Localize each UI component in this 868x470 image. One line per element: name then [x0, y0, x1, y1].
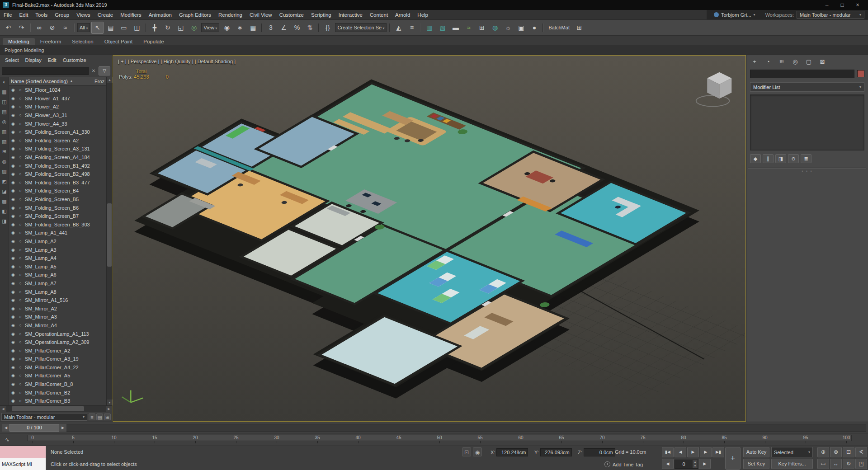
- schematic-view-button[interactable]: ⊞: [476, 22, 488, 34]
- material-editor-button[interactable]: ◍: [489, 22, 501, 34]
- toolbar-preset-dropdown[interactable]: Main Toolbar - modular ▾: [1, 413, 87, 421]
- visibility-eye-icon[interactable]: ◉: [10, 155, 16, 160]
- scene-object-row[interactable]: ◉ ○ SM_Mirror_A3: [9, 313, 106, 321]
- explorer-icon-10[interactable]: ▨: [1, 168, 8, 175]
- orbit-button[interactable]: ↻: [843, 459, 854, 469]
- key-next-button[interactable]: ▶: [699, 459, 711, 469]
- x-coordinate-field[interactable]: -120.248cm: [496, 448, 528, 456]
- scroll-down-icon[interactable]: ▼: [107, 400, 113, 405]
- visibility-eye-icon[interactable]: ◉: [10, 96, 16, 101]
- explorer-layout-icon-2[interactable]: ▤: [96, 414, 103, 420]
- maximize-button[interactable]: □: [835, 0, 850, 9]
- zoom-button[interactable]: ⊕: [817, 447, 829, 457]
- key-filters-button[interactable]: Key Filters...: [771, 459, 813, 469]
- spinner-up-icon[interactable]: ▲: [693, 460, 698, 464]
- maxscript-mini-listener[interactable]: MAXScript Mi: [0, 458, 46, 470]
- menu-item[interactable]: Customize: [276, 10, 307, 20]
- visibility-eye-icon[interactable]: ◉: [10, 281, 16, 286]
- named-selection-set-dropdown[interactable]: Create Selection Se: [335, 22, 387, 34]
- scene-object-row[interactable]: ◉ ○ SM_Folding_Screen_B7: [9, 212, 106, 221]
- scene-object-row[interactable]: ◉ ○ SM_PillarCorner_A5: [9, 371, 106, 380]
- unlink-selection-button[interactable]: ⊘: [46, 22, 58, 34]
- explorer-menu-item[interactable]: Edit: [45, 55, 60, 65]
- scene-explorer-toggle[interactable]: ▥: [423, 22, 435, 34]
- tab-modify[interactable]: ◔: [763, 56, 774, 66]
- pin-stack-button[interactable]: ◆: [750, 154, 761, 163]
- visibility-eye-icon[interactable]: ◉: [10, 323, 16, 328]
- scene-object-row[interactable]: ◉ ○ SM_Flower_A2: [9, 103, 106, 111]
- scene-object-row[interactable]: ◉ ○ SM_Folding_Screen_B6: [9, 203, 106, 212]
- ribbon-tab[interactable]: Object Paint: [99, 38, 138, 45]
- show-end-result-button[interactable]: ∥: [763, 154, 774, 163]
- menu-item[interactable]: Edit: [16, 10, 32, 20]
- visibility-eye-icon[interactable]: ◉: [10, 298, 16, 302]
- clear-search-icon[interactable]: ✕: [90, 67, 97, 75]
- grid-tools-button[interactable]: ⊞: [573, 22, 585, 34]
- scene-object-row[interactable]: ◉ ○ SM_PillarCorner_B2: [9, 388, 106, 397]
- visibility-eye-icon[interactable]: ◉: [10, 172, 16, 176]
- explorer-icon-12[interactable]: ◪: [1, 188, 8, 195]
- scene-object-row[interactable]: ◉ ○ SM_Mirror_A2: [9, 304, 106, 313]
- select-and-place-button[interactable]: ◎: [188, 22, 200, 34]
- scene-object-row[interactable]: ◉ ○ SM_Folding_Screen_B5: [9, 195, 106, 204]
- menu-item[interactable]: Modifiers: [117, 10, 145, 20]
- separator[interactable]: [144, 22, 147, 34]
- selection-lock-toggle[interactable]: ◉: [473, 447, 482, 456]
- separator[interactable]: [260, 22, 263, 34]
- maxscript-mini-listener-pink[interactable]: [0, 446, 46, 458]
- tab-motion[interactable]: ◎: [790, 56, 801, 66]
- separator[interactable]: [317, 22, 320, 34]
- tab-hierarchy[interactable]: ≋: [776, 56, 787, 66]
- menu-item[interactable]: Content: [366, 10, 392, 20]
- spinner-down-icon[interactable]: ▼: [693, 464, 698, 468]
- layer-explorer-toggle[interactable]: ▧: [436, 22, 448, 34]
- vertical-scrollbar[interactable]: ▲ ▼: [106, 77, 112, 405]
- current-frame-field[interactable]: 0 ▲ ▼: [675, 460, 698, 469]
- scene-object-row[interactable]: ◉ ○ SM_PillarCorner_A4_22: [9, 363, 106, 372]
- explorer-icon-4[interactable]: ▤: [1, 108, 8, 115]
- maximize-viewport-toggle[interactable]: ◳: [855, 459, 867, 469]
- visibility-eye-icon[interactable]: ◉: [10, 382, 16, 386]
- scene-object-row[interactable]: ◉ ○ SM_Flower_A1_437: [9, 94, 106, 103]
- scene-object-row[interactable]: ◉ ○ SM_Lamp_A1_441: [9, 229, 106, 237]
- scene-object-row[interactable]: ◉ ○ SM_Lamp_A4: [9, 254, 106, 263]
- menu-item[interactable]: Graph Editors: [175, 10, 215, 20]
- scene-object-row[interactable]: ◉ ○ SM_Flower_A4_33: [9, 119, 106, 128]
- explorer-layout-icon-3[interactable]: ⊞: [104, 414, 111, 420]
- select-and-link-button[interactable]: ∞: [33, 22, 45, 34]
- go-to-start-button[interactable]: ▮◀: [662, 447, 674, 457]
- explorer-icon-8[interactable]: ⊞: [1, 148, 8, 155]
- select-by-name-button[interactable]: ▤: [104, 22, 117, 34]
- visibility-eye-icon[interactable]: ◉: [10, 239, 16, 244]
- workspace-dropdown[interactable]: Main Toolbar - modular ▾: [797, 11, 864, 19]
- menu-item[interactable]: Views: [73, 10, 94, 20]
- set-keys-button[interactable]: +: [725, 447, 741, 470]
- scene-object-row[interactable]: ◉ ○ SM_PillarCorner_B_8: [9, 380, 106, 389]
- previous-frame-button[interactable]: ◀: [675, 447, 686, 457]
- viewport-label[interactable]: [ + ] [ Perspective ] [ High Quality ] […: [118, 59, 236, 64]
- explorer-icon-11[interactable]: ◩: [1, 178, 8, 185]
- explorer-icon-2[interactable]: ▦: [1, 89, 8, 95]
- menu-item[interactable]: Create: [94, 10, 117, 20]
- visibility-eye-icon[interactable]: ◉: [10, 248, 16, 252]
- zoom-all-button[interactable]: ⊛: [830, 447, 842, 457]
- ribbon-panel-strip[interactable]: Polygon Modeling: [0, 45, 868, 55]
- scene-object-row[interactable]: ◉ ○ SM_Folding_Screen_B3_477: [9, 179, 106, 187]
- visibility-eye-icon[interactable]: ◉: [10, 113, 16, 118]
- ribbon-tab[interactable]: Freeform: [35, 38, 67, 45]
- percent-snap-toggle[interactable]: %: [291, 22, 303, 34]
- undo-button[interactable]: ↶: [2, 22, 14, 34]
- modifier-stack-list[interactable]: [750, 94, 864, 150]
- time-slider-track[interactable]: ◀ 0 / 100 ▶: [2, 424, 866, 432]
- menu-item[interactable]: Tools: [32, 10, 51, 20]
- explorer-layout-icon-1[interactable]: ≡: [89, 414, 95, 420]
- ribbon-tab[interactable]: Populate: [138, 38, 169, 45]
- scrollbar-thumb[interactable]: [12, 406, 84, 411]
- scene-object-row[interactable]: ◉ ○ SM_Folding_Screen_B4: [9, 187, 106, 195]
- explorer-icon-6[interactable]: ▥: [1, 128, 8, 135]
- make-unique-button[interactable]: ◨: [775, 154, 786, 163]
- scene-object-row[interactable]: ◉ ○ SM_OperationLamp_A2_309: [9, 338, 106, 347]
- menu-item[interactable]: Animation: [145, 10, 175, 20]
- batchmat-button[interactable]: BatchMat: [546, 22, 572, 34]
- visibility-eye-icon[interactable]: ◉: [10, 357, 16, 361]
